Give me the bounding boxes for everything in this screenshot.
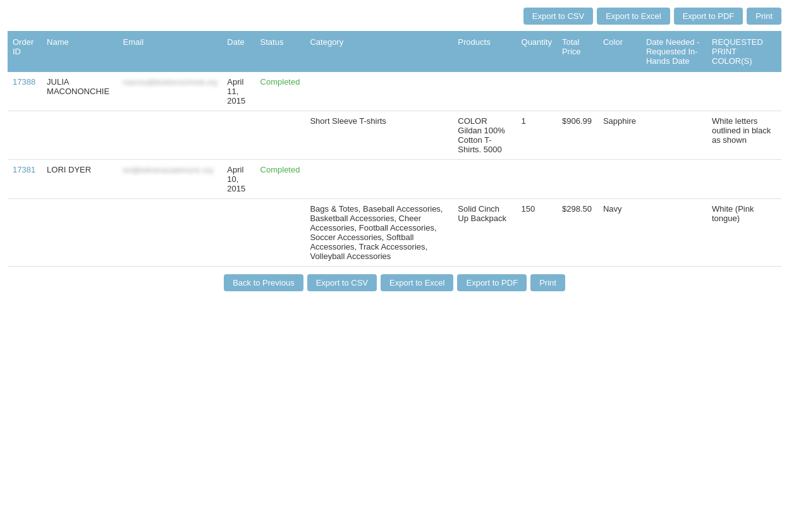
date-cell: [222, 199, 255, 267]
date-needed-cell: [641, 72, 707, 111]
back-to-previous-button[interactable]: Back to Previous: [224, 274, 303, 291]
status-badge: Completed: [260, 165, 300, 174]
quantity-cell: 150: [517, 199, 557, 267]
print-button-bottom[interactable]: Print: [530, 274, 565, 291]
email-value: lori@bolivarsacademymc.org: [123, 166, 213, 174]
print-colors-cell: White (Pink tongue): [707, 199, 781, 267]
products-cell: [453, 72, 516, 111]
date-cell: [222, 111, 255, 160]
category-cell: Short Sleeve T-shirts: [305, 111, 453, 160]
date-needed-cell: [641, 199, 707, 267]
category-cell: Bags & Totes, Baseball Accessories, Bask…: [305, 199, 453, 267]
col-color: Color: [598, 31, 641, 72]
products-cell: Solid Cinch Up Backpack: [453, 199, 516, 267]
email-cell: [118, 199, 223, 267]
toolbar-bottom: Back to Previous Export to CSV Export to…: [8, 274, 781, 291]
date-cell: April 11, 2015: [222, 72, 255, 111]
export-pdf-button-top[interactable]: Export to PDF: [674, 8, 743, 25]
export-excel-button-top[interactable]: Export to Excel: [597, 8, 670, 25]
orders-table: Order ID Name Email Date Status Category…: [8, 31, 781, 267]
color-cell: [598, 72, 641, 111]
color-cell: Sapphire: [598, 111, 641, 160]
table-row: 17381 LORI DYER lori@bolivarsacademymc.o…: [8, 160, 781, 199]
col-total-price: Total Price: [557, 31, 598, 72]
status-cell: [255, 111, 305, 160]
col-email: Email: [118, 31, 223, 72]
col-date: Date: [222, 31, 255, 72]
date-cell: April 10, 2015: [222, 160, 255, 199]
print-colors-cell: [707, 160, 781, 199]
col-name: Name: [42, 31, 118, 72]
name-cell: JULIA MACONONCHIE: [42, 72, 118, 111]
quantity-cell: 1: [517, 111, 557, 160]
status-cell: Completed: [255, 72, 305, 111]
col-category: Category: [305, 31, 453, 72]
name-cell: [42, 111, 118, 160]
status-cell: Completed: [255, 160, 305, 199]
col-products: Products: [453, 31, 516, 72]
print-colors-cell: [707, 72, 781, 111]
total-price-cell: [557, 160, 598, 199]
order-id-link[interactable]: 17388: [13, 77, 35, 87]
email-value: macony@blueboroschools.org: [123, 78, 217, 86]
total-price-cell: $906.99: [557, 111, 598, 160]
quantity-cell: [517, 72, 557, 111]
export-pdf-button-bottom[interactable]: Export to PDF: [457, 274, 527, 291]
name-cell: LORI DYER: [42, 160, 118, 199]
products-cell: COLOR Gildan 100% Cotton T-Shirts. 5000: [453, 111, 516, 160]
quantity-cell: [517, 160, 557, 199]
name-cell: [42, 199, 118, 267]
col-status: Status: [255, 31, 305, 72]
table-header-row: Order ID Name Email Date Status Category…: [8, 31, 781, 72]
print-colors-cell: White letters outlined in black as shown: [707, 111, 781, 160]
table-row: 17388 JULIA MACONONCHIE macony@blueboros…: [8, 72, 781, 111]
col-date-needed: Date Needed - Requested In-Hands Date: [641, 31, 707, 72]
date-needed-cell: [641, 111, 707, 160]
color-cell: [598, 160, 641, 199]
email-cell: lori@bolivarsacademymc.org: [118, 160, 223, 199]
export-excel-button-bottom[interactable]: Export to Excel: [381, 274, 453, 291]
order-id-cell: [8, 199, 42, 267]
products-cell: [453, 160, 516, 199]
export-csv-button-bottom[interactable]: Export to CSV: [307, 274, 377, 291]
order-id-cell: 17388: [8, 72, 42, 111]
col-order-id: Order ID: [8, 31, 42, 72]
table-row: Bags & Totes, Baseball Accessories, Bask…: [8, 199, 781, 267]
page-wrapper: Export to CSV Export to Excel Export to …: [0, 0, 789, 532]
col-print-colors: REQUESTED PRINT COLOR(S): [707, 31, 781, 72]
toolbar-top: Export to CSV Export to Excel Export to …: [8, 8, 781, 25]
total-price-cell: [557, 72, 598, 111]
export-csv-button-top[interactable]: Export to CSV: [523, 8, 593, 25]
total-price-cell: $298.50: [557, 199, 598, 267]
email-cell: macony@blueboroschools.org: [118, 72, 223, 111]
category-cell: [305, 160, 453, 199]
print-button-top[interactable]: Print: [747, 8, 781, 25]
email-cell: [118, 111, 223, 160]
status-cell: [255, 199, 305, 267]
status-badge: Completed: [260, 77, 300, 87]
order-id-cell: 17381: [8, 160, 42, 199]
order-id-link[interactable]: 17381: [13, 165, 35, 174]
date-needed-cell: [641, 160, 707, 199]
order-id-cell: [8, 111, 42, 160]
table-row: Short Sleeve T-shirts COLOR Gildan 100% …: [8, 111, 781, 160]
color-cell: Navy: [598, 199, 641, 267]
col-quantity: Quantity: [517, 31, 557, 72]
category-cell: [305, 72, 453, 111]
